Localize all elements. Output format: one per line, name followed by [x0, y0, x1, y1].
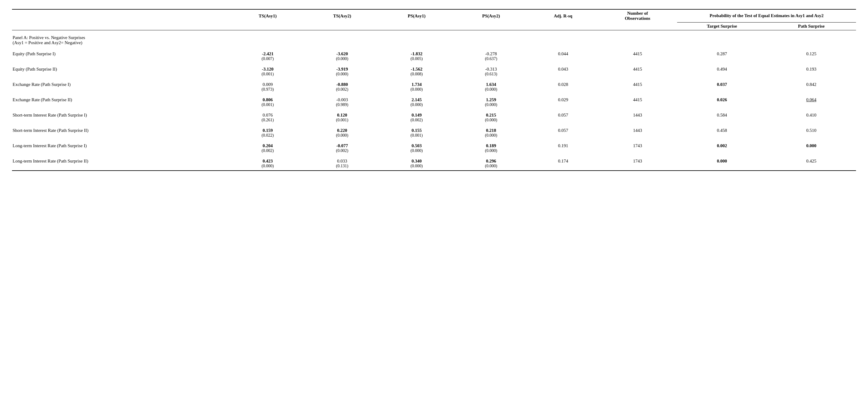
cell-pvalue: [767, 118, 856, 124]
cell-value: 0.044: [528, 48, 598, 56]
cell-pvalue: [528, 164, 598, 171]
cell-value: 0.125: [767, 48, 856, 56]
table-row: Short-term Interest Rate (Path Surprise …: [12, 124, 856, 133]
cell-pvalue: (0.000): [230, 164, 305, 171]
cell-pvalue: [528, 103, 598, 109]
table-row: Long-term Interest Rate (Path Surprise I…: [12, 140, 856, 148]
cell-value: 0.043: [528, 63, 598, 72]
cell-value: 0.026: [677, 94, 767, 103]
n-obs-header: Number ofObservations: [598, 9, 677, 22]
cell-value: -2.421: [230, 48, 305, 56]
cell-pvalue: [767, 72, 856, 78]
cell-pvalue: (0.000): [454, 87, 528, 94]
cell-pvalue: [528, 87, 598, 94]
cell-value: 0.057: [528, 109, 598, 118]
cell-pvalue: (0.001): [305, 118, 379, 124]
cell-value: -1.562: [379, 63, 454, 72]
cell-pvalue: (0.001): [379, 133, 454, 140]
row-label: Exchange Rate (Path Surprise I): [12, 78, 230, 87]
cell-pvalue: (0.005): [379, 56, 454, 63]
header-row-2: Target Surprise Path Surprise: [12, 22, 856, 30]
table-row: Exchange Rate (Path Surprise I)0.009-0.8…: [12, 78, 856, 87]
cell-pvalue: [767, 164, 856, 171]
cell-pvalue: [767, 148, 856, 155]
cell-value: 0.120: [305, 109, 379, 118]
row-label: Long-term Interest Rate (Path Surprise I…: [12, 140, 230, 148]
cell-value: 0.503: [379, 140, 454, 148]
cell-pvalue: (0.000): [454, 148, 528, 155]
cell-value: 1443: [598, 109, 677, 118]
cell-value: 0.842: [767, 78, 856, 87]
cell-pvalue: [677, 87, 767, 94]
cell-value: 4415: [598, 63, 677, 72]
table-row: Exchange Rate (Path Surprise II)0.806-0.…: [12, 94, 856, 103]
cell-pvalue: (0.000): [305, 72, 379, 78]
cell-value: 1743: [598, 140, 677, 148]
cell-pvalue: [598, 148, 677, 155]
cell-pvalue: [598, 164, 677, 171]
table-row-pvalue: (0.022)(0.000)(0.001)(0.000): [12, 133, 856, 140]
cell-value: 0.204: [230, 140, 305, 148]
table-row-pvalue: (0.261)(0.001)(0.002)(0.000): [12, 118, 856, 124]
cell-value: 0.037: [677, 78, 767, 87]
cell-pvalue: [767, 133, 856, 140]
cell-pvalue: (0.001): [230, 72, 305, 78]
cell-pvalue: [677, 72, 767, 78]
cell-pvalue: (0.000): [379, 103, 454, 109]
cell-pvalue: (0.002): [379, 118, 454, 124]
pvalue-label-empty: [12, 103, 230, 109]
table-container: TS(Asy1) TS(Asy2) PS(Asy1) PS(Asy2) Adj.…: [12, 9, 856, 171]
cell-pvalue: (0.973): [230, 87, 305, 94]
cell-pvalue: [767, 103, 856, 109]
cell-value: -3.919: [305, 63, 379, 72]
cell-pvalue: (0.000): [379, 87, 454, 94]
table-row: Equity (Path Surprise II)-3.120-3.919-1.…: [12, 63, 856, 72]
cell-pvalue: (0.022): [230, 133, 305, 140]
cell-pvalue: (0.000): [454, 103, 528, 109]
cell-pvalue: [598, 87, 677, 94]
pvalue-label-empty: [12, 164, 230, 171]
cell-value: 0.033: [305, 155, 379, 164]
cell-pvalue: [528, 133, 598, 140]
table-row: Short-term Interest Rate (Path Surprise …: [12, 109, 856, 118]
target-surprise-header: Target Surprise: [677, 22, 767, 30]
cell-value: 0.191: [528, 140, 598, 148]
cell-pvalue: (0.007): [230, 56, 305, 63]
table-row-pvalue: (0.001)(0.989)(0.000)(0.000): [12, 103, 856, 109]
cell-value: 0.458: [677, 124, 767, 133]
cell-value: 0.340: [379, 155, 454, 164]
cell-value: 0.159: [230, 124, 305, 133]
row-label: Long-term Interest Rate (Path Surprise I…: [12, 155, 230, 164]
cell-pvalue: (0.637): [454, 56, 528, 63]
cell-pvalue: (0.000): [454, 133, 528, 140]
pvalue-label-empty: [12, 148, 230, 155]
cell-value: 0.155: [379, 124, 454, 133]
panel-header-row: Panel A: Positive vs. Negative Surprises…: [12, 30, 856, 48]
cell-value: 0.028: [528, 78, 598, 87]
cell-pvalue: [598, 56, 677, 63]
header-row-1: TS(Asy1) TS(Asy2) PS(Asy1) PS(Asy2) Adj.…: [12, 9, 856, 22]
table-body: Panel A: Positive vs. Negative Surprises…: [12, 30, 856, 171]
cell-pvalue: (0.613): [454, 72, 528, 78]
cell-value: 4415: [598, 48, 677, 56]
cell-value: 0.296: [454, 155, 528, 164]
cell-value: 0.189: [454, 140, 528, 148]
cell-value: -0.880: [305, 78, 379, 87]
pvalue-label-empty: [12, 72, 230, 78]
cell-pvalue: [528, 148, 598, 155]
cell-pvalue: [767, 56, 856, 63]
cell-pvalue: [598, 118, 677, 124]
cell-pvalue: (0.002): [230, 148, 305, 155]
cell-value: 0.584: [677, 109, 767, 118]
cell-value: 0.494: [677, 63, 767, 72]
pvalue-label-empty: [12, 118, 230, 124]
cell-pvalue: [767, 87, 856, 94]
cell-value: 0.000: [767, 140, 856, 148]
cell-pvalue: [677, 164, 767, 171]
cell-value: 1443: [598, 124, 677, 133]
pvalue-label-empty: [12, 87, 230, 94]
cell-pvalue: (0.002): [305, 148, 379, 155]
table-row-pvalue: (0.002)(0.002)(0.000)(0.000): [12, 148, 856, 155]
row-label: Equity (Path Surprise II): [12, 63, 230, 72]
pvalue-label-empty: [12, 56, 230, 63]
